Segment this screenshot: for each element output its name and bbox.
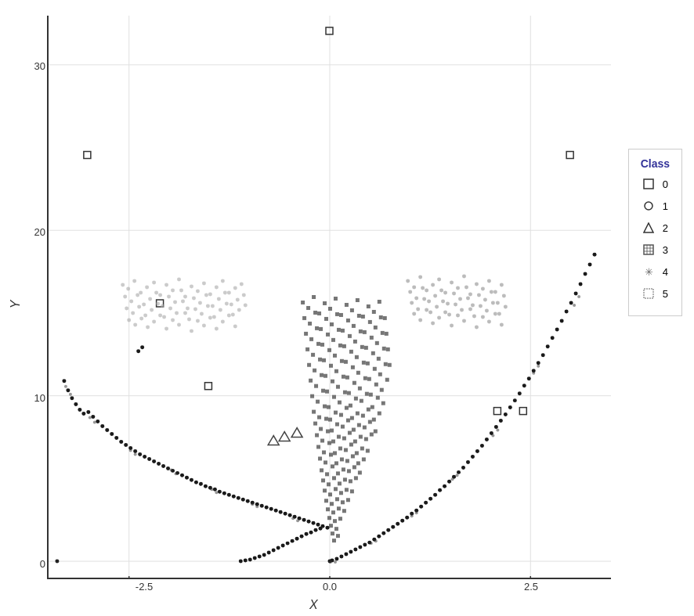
svg-point-68 bbox=[206, 304, 210, 308]
y-tick-0: 0 bbox=[16, 558, 45, 570]
svg-rect-259 bbox=[360, 399, 363, 403]
svg-point-519 bbox=[496, 429, 499, 432]
svg-point-461 bbox=[541, 353, 545, 357]
svg-point-33 bbox=[233, 286, 237, 290]
svg-rect-191 bbox=[320, 343, 324, 347]
svg-rect-531 bbox=[644, 179, 653, 189]
svg-rect-203 bbox=[386, 348, 390, 351]
svg-point-371 bbox=[124, 443, 128, 447]
svg-rect-262 bbox=[376, 396, 380, 400]
svg-rect-331 bbox=[343, 477, 347, 481]
svg-point-430 bbox=[396, 522, 399, 526]
svg-point-116 bbox=[452, 292, 456, 296]
svg-point-92 bbox=[233, 324, 237, 328]
svg-point-358 bbox=[66, 388, 70, 392]
svg-rect-276 bbox=[378, 412, 381, 416]
svg-rect-324 bbox=[347, 469, 351, 473]
svg-rect-335 bbox=[328, 492, 332, 496]
svg-rect-209 bbox=[333, 354, 337, 358]
svg-rect-12 bbox=[204, 383, 211, 390]
svg-point-23 bbox=[171, 289, 175, 293]
svg-rect-322 bbox=[336, 471, 340, 475]
svg-point-478 bbox=[295, 537, 299, 541]
svg-rect-348 bbox=[342, 509, 346, 513]
svg-point-491 bbox=[136, 349, 140, 353]
svg-rect-339 bbox=[350, 489, 354, 493]
svg-rect-219 bbox=[388, 363, 392, 367]
svg-rect-269 bbox=[339, 413, 343, 417]
legend-title: Class bbox=[641, 157, 670, 170]
svg-point-500 bbox=[129, 448, 132, 452]
svg-point-93 bbox=[406, 279, 410, 283]
svg-point-373 bbox=[133, 449, 137, 453]
svg-point-65 bbox=[187, 317, 191, 321]
svg-point-66 bbox=[193, 307, 197, 311]
legend-item-3: 3 bbox=[641, 242, 670, 258]
svg-rect-298 bbox=[364, 438, 368, 441]
svg-point-467 bbox=[569, 301, 573, 304]
svg-point-26 bbox=[190, 285, 193, 289]
svg-rect-200 bbox=[370, 336, 374, 340]
svg-rect-168 bbox=[367, 304, 370, 308]
svg-point-108 bbox=[500, 283, 504, 287]
svg-point-402 bbox=[269, 507, 273, 511]
svg-point-462 bbox=[546, 344, 550, 348]
svg-point-32 bbox=[227, 291, 231, 295]
svg-point-122 bbox=[490, 290, 493, 294]
svg-rect-279 bbox=[324, 417, 328, 421]
svg-rect-229 bbox=[356, 371, 360, 375]
svg-point-104 bbox=[475, 283, 479, 286]
svg-point-100 bbox=[450, 281, 454, 285]
svg-point-24 bbox=[177, 278, 181, 282]
svg-rect-302 bbox=[327, 441, 331, 445]
svg-point-139 bbox=[497, 312, 501, 315]
svg-point-484 bbox=[267, 551, 271, 555]
svg-point-106 bbox=[487, 279, 491, 283]
svg-rect-193 bbox=[331, 338, 335, 342]
svg-point-98 bbox=[437, 278, 441, 282]
svg-point-514 bbox=[410, 514, 414, 517]
svg-point-45 bbox=[186, 306, 190, 310]
svg-point-137 bbox=[485, 308, 489, 312]
svg-point-481 bbox=[281, 544, 285, 548]
svg-point-130 bbox=[441, 299, 445, 303]
svg-point-476 bbox=[305, 532, 309, 536]
svg-point-48 bbox=[204, 294, 208, 297]
svg-rect-355 bbox=[336, 534, 340, 538]
svg-rect-325 bbox=[352, 465, 356, 469]
svg-point-470 bbox=[584, 272, 587, 276]
svg-point-520 bbox=[532, 372, 535, 375]
svg-point-511 bbox=[334, 560, 337, 564]
svg-point-101 bbox=[456, 286, 460, 290]
svg-point-385 bbox=[190, 478, 193, 482]
svg-rect-13 bbox=[493, 408, 501, 415]
svg-rect-187 bbox=[385, 332, 389, 336]
svg-rect-353 bbox=[334, 527, 338, 531]
svg-rect-224 bbox=[329, 364, 333, 368]
svg-point-67 bbox=[200, 312, 204, 315]
svg-rect-245 bbox=[363, 376, 367, 380]
svg-point-409 bbox=[302, 518, 306, 522]
svg-point-155 bbox=[500, 322, 504, 326]
svg-rect-235 bbox=[309, 379, 313, 383]
svg-text:✳: ✳ bbox=[644, 266, 652, 277]
svg-rect-307 bbox=[355, 451, 359, 455]
svg-point-124 bbox=[502, 294, 506, 298]
svg-rect-317 bbox=[356, 461, 360, 465]
svg-rect-244 bbox=[358, 387, 362, 391]
svg-point-56 bbox=[131, 311, 135, 315]
svg-point-151 bbox=[475, 325, 479, 329]
svg-rect-316 bbox=[351, 454, 355, 458]
svg-rect-252 bbox=[321, 389, 325, 393]
svg-rect-172 bbox=[302, 316, 306, 320]
svg-point-395 bbox=[237, 496, 240, 500]
svg-point-30 bbox=[215, 286, 219, 290]
svg-point-477 bbox=[300, 535, 304, 539]
svg-rect-175 bbox=[319, 327, 323, 331]
svg-point-44 bbox=[179, 289, 183, 293]
svg-point-91 bbox=[227, 313, 231, 317]
svg-point-485 bbox=[262, 553, 266, 557]
svg-rect-221 bbox=[313, 369, 316, 373]
svg-point-28 bbox=[202, 282, 206, 286]
svg-point-89 bbox=[215, 326, 219, 330]
